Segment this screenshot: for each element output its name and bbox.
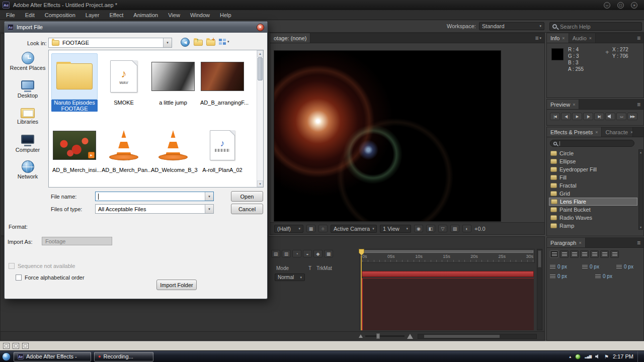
scroll-up-icon[interactable]: ▴ [640, 150, 641, 154]
tab-paragraph[interactable]: Paragraph × [547, 238, 586, 247]
magnification-dropdown[interactable]: (Half) ▾ [274, 225, 303, 233]
graph-editor-icon[interactable]: ▦ [324, 250, 333, 257]
tray-expand-icon[interactable]: ▴ [569, 354, 571, 359]
t-column-header[interactable]: T [308, 265, 311, 271]
statusbar-icon-3[interactable] [22, 343, 29, 349]
hide-shy-icon[interactable]: ◔ [292, 250, 301, 257]
menu-effect[interactable]: Effect [104, 11, 128, 20]
first-line-indent-value[interactable]: 0 px [590, 264, 599, 269]
space-before-value[interactable]: 0 px [557, 274, 567, 279]
tray-app-icon[interactable] [575, 354, 581, 359]
file-list-scrollbar[interactable]: ▴ ▾ [257, 50, 263, 187]
blend-mode-dropdown[interactable]: Normal ▾ [275, 274, 305, 281]
close-icon[interactable]: × [562, 36, 565, 41]
last-frame-button[interactable]: ▶| [594, 113, 604, 120]
open-button[interactable]: Open [231, 191, 263, 202]
place-libraries[interactable]: Libraries [10, 106, 46, 133]
new-folder-button[interactable]: + [206, 40, 216, 47]
taskbar-item-after-effects[interactable]: Ae Adobe After Effects - [14, 352, 91, 361]
effect-item-radio-waves[interactable]: Radio Waves [549, 214, 637, 222]
frame-blend-icon[interactable]: ◒ [303, 250, 312, 257]
tab-preview[interactable]: Preview × [547, 100, 579, 109]
effect-item-lens-flare[interactable]: Lens Flare [549, 198, 637, 206]
place-network[interactable]: Network [10, 160, 46, 188]
import-folder-button[interactable]: Import Folder [156, 280, 197, 290]
indent-right-value[interactable]: 0 px [624, 264, 633, 269]
camera-dropdown[interactable]: Active Camera ▾ [331, 225, 377, 233]
close-icon[interactable]: × [589, 36, 592, 41]
play-button[interactable]: ▶ [572, 113, 582, 120]
files-of-type-dropdown[interactable]: All Acceptable Files ▾ [95, 204, 214, 214]
effect-item-grid[interactable]: Grid [549, 190, 637, 198]
statusbar-icon-2[interactable] [13, 343, 19, 349]
justify-last-right-button[interactable] [600, 250, 609, 258]
grid-options-icon[interactable]: ▦ [306, 225, 315, 232]
time-ruler[interactable]: 0s 05s 10s 15s 20s 25s 30s [361, 249, 535, 263]
scroll-down-icon[interactable]: ▾ [257, 180, 263, 187]
scroll-down-icon[interactable]: ▾ [640, 225, 641, 229]
look-in-dropdown[interactable]: FOOTAGE ▾ [48, 38, 172, 48]
menu-help[interactable]: Help [215, 11, 236, 20]
chevron-down-icon[interactable]: ▾ [205, 192, 213, 201]
scrollbar-thumb[interactable] [538, 250, 541, 267]
space-after-value[interactable]: 0 px [603, 274, 612, 279]
file-item-ad-b-merch-insi[interactable]: ▸ AD_B_Merch_insi... [51, 124, 98, 173]
menu-window[interactable]: Window [185, 11, 215, 20]
file-item-smoke[interactable]: ♪ WAV SMOKE [100, 53, 147, 106]
indent-left-value[interactable]: 0 px [557, 264, 567, 269]
show-channels-icon[interactable]: ◧ [426, 225, 435, 232]
effect-item-paint-bucket[interactable]: Paint Bucket [549, 206, 637, 214]
file-item-a-roll-plana-02[interactable]: ♪ A-roll_PlanA_02 [199, 124, 246, 173]
layer-duration-bar[interactable] [362, 271, 534, 277]
close-icon[interactable]: × [579, 240, 581, 245]
previous-frame-button[interactable]: ◀| [561, 113, 571, 120]
tab-effects-presets[interactable]: Effects & Presets × [547, 127, 602, 137]
scrollbar-thumb[interactable] [258, 57, 263, 80]
snapshot-icon[interactable]: ◉ [414, 225, 423, 232]
timeline-zoom-slider[interactable] [365, 335, 405, 337]
effect-item-ramp[interactable]: Ramp [549, 222, 637, 230]
view-menu-button[interactable]: ▾ [219, 39, 229, 45]
mode-column-header[interactable]: Mode [276, 265, 289, 271]
panel-menu-icon[interactable]: ≡ [634, 33, 643, 43]
exposure-value[interactable]: +0.0 [474, 226, 486, 232]
file-name-input[interactable]: ▾ [95, 192, 214, 201]
trkmat-column-header[interactable]: TrkMat [316, 265, 332, 271]
audio-toggle-button[interactable] [605, 113, 615, 120]
tab-audio[interactable]: Audio × [569, 33, 596, 43]
menu-animation[interactable]: Animation [128, 11, 163, 20]
view-layout-dropdown[interactable]: 1 View ▾ [380, 225, 411, 233]
up-one-level-button[interactable]: ↑ [194, 40, 204, 47]
timeline-horizontal-scrollbar[interactable] [418, 334, 537, 339]
effect-item-circle[interactable]: Circle [549, 149, 637, 157]
panel-menu-icon[interactable]: ≡ ▾ [532, 33, 544, 43]
effects-search-input[interactable] [550, 140, 634, 147]
resolution-icon[interactable]: ▽ [438, 225, 447, 232]
menu-composition[interactable]: Composition [40, 11, 80, 20]
justify-last-left-button[interactable] [580, 250, 589, 258]
start-button[interactable] [2, 352, 11, 361]
panel-menu-icon[interactable]: ≡ [634, 238, 643, 247]
close-icon[interactable]: × [630, 130, 633, 135]
first-frame-button[interactable]: |◀ [550, 113, 560, 120]
minimize-button[interactable]: – [604, 2, 610, 9]
effect-item-ellipse[interactable]: Ellipse [549, 157, 637, 165]
menu-layer[interactable]: Layer [80, 11, 105, 20]
menu-file[interactable]: File [1, 11, 20, 20]
align-right-button[interactable] [570, 250, 579, 258]
maximize-button[interactable]: □ [617, 2, 624, 9]
place-recent-places[interactable]: Recent Places [10, 52, 46, 79]
network-icon[interactable]: ▂▄▆ [585, 354, 591, 358]
effect-item-eyedropper-fill[interactable]: Eyedropper Fill [549, 165, 637, 173]
alphabetical-checkbox[interactable]: Force alphabetical order [16, 275, 85, 281]
place-desktop[interactable]: Desktop [10, 79, 46, 106]
scroll-up-icon[interactable]: ▴ [257, 50, 263, 57]
file-item-ad-welcome-b-3[interactable]: AD_Welcome_B_3 [149, 124, 197, 173]
workspace-dropdown[interactable]: Standard ▾ [479, 22, 544, 30]
volume-icon[interactable] [595, 354, 600, 359]
file-item-ad-b-merch-pan[interactable]: AD_B_Merch_Pan... [100, 124, 147, 173]
scrollbar-thumb[interactable] [424, 335, 500, 338]
dialog-close-button[interactable]: × [257, 24, 264, 31]
justify-all-button[interactable] [610, 250, 619, 258]
motion-blur-icon[interactable]: ◆ [313, 250, 323, 257]
